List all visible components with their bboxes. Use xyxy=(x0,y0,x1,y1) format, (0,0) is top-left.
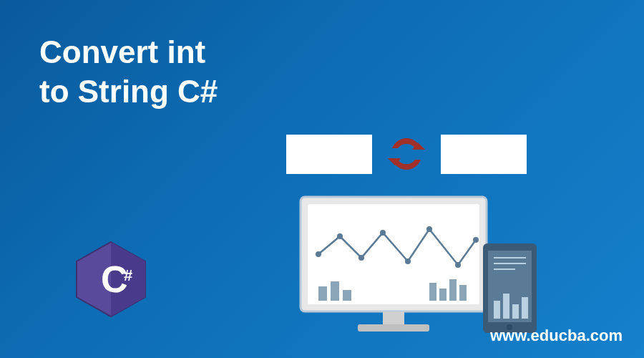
left-white-box xyxy=(286,135,372,174)
svg-rect-19 xyxy=(331,281,339,301)
svg-rect-30 xyxy=(512,304,519,319)
page-title: Convert int to String C# xyxy=(39,32,218,111)
svg-point-16 xyxy=(455,262,461,268)
title-line-1: Convert int xyxy=(39,32,218,72)
svg-point-15 xyxy=(426,226,432,232)
csharp-logo-icon: C # xyxy=(68,236,154,322)
svg-rect-18 xyxy=(318,286,327,301)
svg-rect-29 xyxy=(503,294,509,319)
title-line-2: to String C# xyxy=(39,72,218,111)
svg-rect-28 xyxy=(494,301,500,319)
svg-rect-23 xyxy=(449,279,457,301)
svg-text:#: # xyxy=(124,266,132,284)
svg-rect-20 xyxy=(343,290,351,301)
right-white-box xyxy=(441,135,527,174)
refresh-icon xyxy=(385,132,428,175)
svg-rect-24 xyxy=(459,285,467,301)
svg-rect-9 xyxy=(358,324,429,332)
svg-point-14 xyxy=(405,258,411,264)
svg-point-11 xyxy=(337,233,343,239)
svg-rect-31 xyxy=(522,297,528,319)
svg-point-12 xyxy=(358,255,364,261)
svg-rect-21 xyxy=(429,283,436,301)
website-url: www.educba.com xyxy=(490,326,623,345)
svg-point-10 xyxy=(316,251,321,257)
conversion-row xyxy=(286,132,527,175)
computer-chart-icon xyxy=(265,190,565,347)
svg-rect-8 xyxy=(383,311,404,324)
svg-rect-22 xyxy=(439,289,447,301)
svg-point-13 xyxy=(380,230,386,236)
svg-point-17 xyxy=(473,237,479,243)
